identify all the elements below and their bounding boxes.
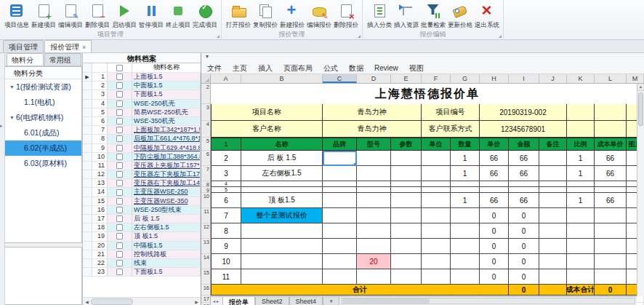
cost-total-value[interactable]: 0 (595, 285, 627, 296)
materials-hscrollbar[interactable]: ◀ ▶ (83, 297, 201, 305)
material-row[interactable]: 6WSE-350机壳 (83, 117, 201, 126)
delete-project-button[interactable]: 删除项目 (84, 1, 110, 30)
row-header[interactable]: 2 (201, 84, 211, 104)
sheet-cell[interactable] (422, 223, 451, 239)
sheet-cell[interactable] (567, 254, 595, 269)
total-label[interactable]: 合计 (211, 285, 509, 296)
sheet-cell[interactable] (391, 208, 422, 223)
tab-quote-management[interactable]: 报价管理× (44, 40, 92, 52)
sheet-cell[interactable] (539, 187, 567, 193)
info-value[interactable]: 青岛力神 (323, 104, 422, 121)
column-header-G[interactable]: G (451, 74, 480, 83)
group-dialog-launcher-icon[interactable] (358, 35, 361, 38)
sheet-cell[interactable] (539, 151, 567, 166)
sheet-tab-sheet2[interactable]: Sheet2 (255, 297, 289, 305)
sheet-cell[interactable] (391, 187, 422, 193)
close-icon[interactable]: × (82, 44, 86, 51)
material-row[interactable]: 17后 板 1.5 (83, 215, 201, 223)
expander-icon[interactable]: ▼ (9, 84, 16, 90)
menu-review[interactable]: Review (374, 64, 398, 72)
column-header-L[interactable]: L (595, 74, 627, 83)
splitter-arrow-icon[interactable]: ▸ (0, 123, 3, 129)
sheet-cell[interactable] (241, 187, 323, 193)
sheet-cell[interactable]: 7 (211, 208, 241, 223)
info-value[interactable]: 20190319-002 (480, 104, 567, 121)
sheet-cell[interactable] (241, 269, 323, 285)
sheet-cell[interactable] (451, 254, 480, 269)
info-empty[interactable] (567, 104, 595, 121)
material-row[interactable]: 20中隔板1.5 (83, 242, 201, 250)
sheet-cell[interactable] (595, 181, 627, 187)
material-row[interactable]: 23下面板1.5 (83, 268, 201, 277)
sheet-cell[interactable] (391, 193, 422, 208)
tree-item[interactable]: 6.02(半成品) (5, 140, 81, 156)
finish-project-button[interactable]: 完成项目 (191, 1, 218, 30)
sheet-cell[interactable] (451, 269, 480, 285)
tab-project-management[interactable]: 项目管理 (3, 40, 44, 52)
column-header-E[interactable]: E (391, 74, 422, 83)
material-row[interactable]: 5简易WSE-250机壳 (83, 108, 201, 117)
sheet-cell[interactable]: 左右侧板1.5 (241, 166, 323, 181)
sheet-cell[interactable] (422, 193, 451, 208)
row-header[interactable]: 6 (201, 151, 211, 166)
open-quote-button[interactable]: 打开报价 (225, 1, 251, 30)
materials-hscroll-track[interactable] (91, 298, 193, 305)
material-row[interactable]: 4WSE-250机壳 (83, 100, 201, 108)
sheet-cell[interactable]: 3 (211, 166, 241, 181)
material-row[interactable]: 14主变压器WSE-250 (83, 188, 201, 197)
left-collapse-strip[interactable]: ▸ (0, 53, 5, 305)
sheet-cell[interactable]: 10 (211, 254, 241, 269)
sheet-cell[interactable]: 0 (509, 239, 539, 254)
row-header[interactable]: 17 (201, 296, 211, 303)
row-checkbox[interactable] (108, 188, 132, 196)
row-checkbox[interactable] (108, 117, 132, 125)
sheet-cell[interactable] (357, 166, 391, 181)
sheet-cell[interactable] (539, 239, 567, 254)
column-header-I[interactable]: I (509, 74, 539, 83)
sheet-cell[interactable]: 66 (509, 151, 539, 166)
quote-column-header[interactable]: 数量 (451, 138, 480, 151)
row-checkbox[interactable] (108, 223, 132, 231)
row-header[interactable]: 4 (201, 121, 211, 138)
sheet-tab-add-sheet[interactable]: + (323, 297, 339, 305)
sheet-cell[interactable] (357, 151, 391, 166)
sheet-cell[interactable] (391, 181, 422, 187)
insert-category-button[interactable]: 插入分类 (366, 1, 393, 30)
total-empty[interactable] (539, 285, 567, 296)
row-header[interactable]: 16 (201, 285, 211, 296)
row-checkbox[interactable] (108, 100, 132, 108)
quote-column-header[interactable]: 品牌 (323, 138, 357, 151)
group-dialog-launcher-icon[interactable] (499, 35, 502, 38)
sheet-cell[interactable]: 66 (509, 193, 539, 208)
menu-home[interactable]: 主页 (233, 63, 247, 74)
material-row[interactable]: 8后板加工661.4*476.8*1 (83, 135, 201, 143)
sheet-cell[interactable] (323, 181, 357, 187)
sheet-cell[interactable]: 6 (211, 193, 241, 208)
material-row[interactable]: 22线束 (83, 259, 201, 268)
sheet-cell[interactable] (539, 269, 567, 285)
pause-project-button[interactable]: 暂停项目 (137, 1, 164, 30)
sheet-cell[interactable]: 0 (480, 254, 509, 269)
material-row[interactable]: 18左右侧板1.5 (83, 223, 201, 232)
row-header[interactable]: 8 (201, 181, 211, 187)
material-row[interactable]: 15主变压器WSE-350 (83, 197, 201, 206)
sheet-cell[interactable]: 20 (357, 254, 391, 269)
select-all-corner[interactable] (201, 74, 211, 83)
tree-item[interactable]: ▼1(报价测试资源) (5, 79, 81, 95)
column-header-A[interactable]: A (211, 74, 241, 83)
sheet-cell[interactable]: 9 (211, 239, 241, 254)
sheet-cell[interactable] (357, 239, 391, 254)
menu-file[interactable]: 文件 (207, 63, 222, 74)
expander-icon[interactable]: ▼ (9, 115, 16, 120)
sheet-cell[interactable]: 0 (509, 208, 539, 223)
materials-hscroll-thumb[interactable] (91, 298, 133, 305)
menu-data[interactable]: 数据 (349, 63, 363, 74)
row-header[interactable]: 3 (201, 104, 211, 121)
sheet-cell[interactable] (567, 223, 595, 239)
menu-insert[interactable]: 插入 (258, 63, 273, 74)
sheet-cell[interactable] (241, 223, 323, 239)
sheet-cell[interactable] (323, 254, 357, 269)
sheet-cell[interactable] (391, 166, 422, 181)
sheet-cell[interactable]: 0 (480, 269, 509, 285)
row-checkbox[interactable] (108, 126, 132, 134)
